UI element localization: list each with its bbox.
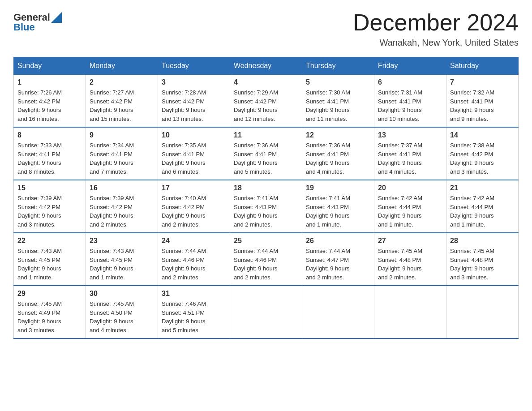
day-info: Sunrise: 7:38 AMSunset: 4:42 PMDaylight:… [450, 141, 515, 176]
calendar-cell: 12Sunrise: 7:36 AMSunset: 4:41 PMDayligh… [302, 127, 374, 180]
day-header-wednesday: Wednesday [230, 57, 302, 75]
day-number: 29 [17, 290, 82, 298]
day-number: 21 [450, 184, 515, 192]
calendar-cell [446, 286, 519, 338]
calendar-cell [230, 286, 302, 338]
calendar-cell: 20Sunrise: 7:42 AMSunset: 4:44 PMDayligh… [374, 180, 446, 233]
day-number: 2 [90, 78, 154, 86]
calendar-week-row: 15Sunrise: 7:39 AMSunset: 4:42 PMDayligh… [14, 180, 519, 233]
calendar-cell: 14Sunrise: 7:38 AMSunset: 4:42 PMDayligh… [446, 127, 519, 180]
day-info: Sunrise: 7:32 AMSunset: 4:41 PMDaylight:… [450, 88, 515, 123]
day-number: 27 [378, 237, 442, 245]
calendar-cell: 6Sunrise: 7:31 AMSunset: 4:41 PMDaylight… [374, 75, 446, 128]
calendar-cell: 10Sunrise: 7:35 AMSunset: 4:41 PMDayligh… [158, 127, 230, 180]
calendar-cell: 4Sunrise: 7:29 AMSunset: 4:42 PMDaylight… [230, 75, 302, 128]
day-info: Sunrise: 7:46 AMSunset: 4:51 PMDaylight:… [162, 300, 226, 334]
calendar-cell: 21Sunrise: 7:42 AMSunset: 4:44 PMDayligh… [446, 180, 519, 233]
logo: General Blue [13, 9, 62, 33]
calendar-cell: 8Sunrise: 7:33 AMSunset: 4:41 PMDaylight… [14, 127, 86, 180]
day-header-monday: Monday [86, 57, 158, 75]
svg-marker-0 [51, 12, 62, 23]
day-info: Sunrise: 7:42 AMSunset: 4:44 PMDaylight:… [378, 194, 442, 229]
location-title: Wanakah, New York, United States [353, 38, 519, 48]
calendar-cell: 29Sunrise: 7:45 AMSunset: 4:49 PMDayligh… [14, 286, 86, 338]
calendar-header-row: SundayMondayTuesdayWednesdayThursdayFrid… [14, 57, 519, 75]
day-number: 11 [234, 131, 298, 139]
day-info: Sunrise: 7:45 AMSunset: 4:48 PMDaylight:… [450, 247, 515, 282]
day-info: Sunrise: 7:40 AMSunset: 4:42 PMDaylight:… [162, 194, 226, 229]
calendar-cell: 9Sunrise: 7:34 AMSunset: 4:41 PMDaylight… [86, 127, 158, 180]
day-number: 15 [17, 184, 82, 192]
month-title: December 2024 [353, 9, 519, 36]
day-info: Sunrise: 7:36 AMSunset: 4:41 PMDaylight:… [306, 141, 370, 176]
calendar-cell: 3Sunrise: 7:28 AMSunset: 4:42 PMDaylight… [158, 75, 230, 128]
calendar-cell: 16Sunrise: 7:39 AMSunset: 4:42 PMDayligh… [86, 180, 158, 233]
day-info: Sunrise: 7:33 AMSunset: 4:41 PMDaylight:… [17, 141, 82, 176]
day-number: 25 [234, 237, 298, 245]
calendar-cell: 28Sunrise: 7:45 AMSunset: 4:48 PMDayligh… [446, 233, 519, 286]
logo-blue-text: Blue [13, 21, 35, 33]
day-info: Sunrise: 7:44 AMSunset: 4:47 PMDaylight:… [306, 247, 370, 282]
day-info: Sunrise: 7:44 AMSunset: 4:46 PMDaylight:… [234, 247, 298, 282]
day-number: 1 [17, 78, 82, 86]
calendar-cell: 24Sunrise: 7:44 AMSunset: 4:46 PMDayligh… [158, 233, 230, 286]
calendar-cell: 25Sunrise: 7:44 AMSunset: 4:46 PMDayligh… [230, 233, 302, 286]
day-info: Sunrise: 7:39 AMSunset: 4:42 PMDaylight:… [17, 194, 82, 229]
day-info: Sunrise: 7:29 AMSunset: 4:42 PMDaylight:… [234, 88, 298, 123]
day-number: 20 [378, 184, 442, 192]
calendar-cell: 1Sunrise: 7:26 AMSunset: 4:42 PMDaylight… [14, 75, 86, 128]
calendar-cell: 26Sunrise: 7:44 AMSunset: 4:47 PMDayligh… [302, 233, 374, 286]
calendar-cell: 30Sunrise: 7:45 AMSunset: 4:50 PMDayligh… [86, 286, 158, 338]
day-number: 28 [450, 237, 515, 245]
day-info: Sunrise: 7:45 AMSunset: 4:50 PMDaylight:… [90, 300, 154, 334]
day-info: Sunrise: 7:44 AMSunset: 4:46 PMDaylight:… [162, 247, 226, 282]
day-number: 23 [90, 237, 154, 245]
day-info: Sunrise: 7:41 AMSunset: 4:43 PMDaylight:… [306, 194, 370, 229]
day-number: 7 [450, 78, 515, 86]
day-header-friday: Friday [374, 57, 446, 75]
day-number: 31 [162, 290, 226, 298]
calendar-table: SundayMondayTuesdayWednesdayThursdayFrid… [13, 57, 519, 339]
day-number: 26 [306, 237, 370, 245]
calendar-cell: 18Sunrise: 7:41 AMSunset: 4:43 PMDayligh… [230, 180, 302, 233]
day-info: Sunrise: 7:39 AMSunset: 4:42 PMDaylight:… [90, 194, 154, 229]
calendar-cell: 15Sunrise: 7:39 AMSunset: 4:42 PMDayligh… [14, 180, 86, 233]
day-number: 3 [162, 78, 226, 86]
day-info: Sunrise: 7:31 AMSunset: 4:41 PMDaylight:… [378, 88, 442, 123]
calendar-cell: 17Sunrise: 7:40 AMSunset: 4:42 PMDayligh… [158, 180, 230, 233]
calendar-week-row: 1Sunrise: 7:26 AMSunset: 4:42 PMDaylight… [14, 75, 519, 128]
calendar-cell: 2Sunrise: 7:27 AMSunset: 4:42 PMDaylight… [86, 75, 158, 128]
day-number: 18 [234, 184, 298, 192]
day-info: Sunrise: 7:45 AMSunset: 4:48 PMDaylight:… [378, 247, 442, 282]
day-header-sunday: Sunday [14, 57, 86, 75]
day-number: 19 [306, 184, 370, 192]
day-number: 30 [90, 290, 154, 298]
day-number: 10 [162, 131, 226, 139]
day-info: Sunrise: 7:35 AMSunset: 4:41 PMDaylight:… [162, 141, 226, 176]
day-number: 12 [306, 131, 370, 139]
calendar-week-row: 22Sunrise: 7:43 AMSunset: 4:45 PMDayligh… [14, 233, 519, 286]
calendar-cell: 23Sunrise: 7:43 AMSunset: 4:45 PMDayligh… [86, 233, 158, 286]
day-info: Sunrise: 7:42 AMSunset: 4:44 PMDaylight:… [450, 194, 515, 229]
day-number: 13 [378, 131, 442, 139]
day-info: Sunrise: 7:37 AMSunset: 4:41 PMDaylight:… [378, 141, 442, 176]
calendar-week-row: 8Sunrise: 7:33 AMSunset: 4:41 PMDaylight… [14, 127, 519, 180]
day-info: Sunrise: 7:26 AMSunset: 4:42 PMDaylight:… [17, 88, 82, 123]
day-info: Sunrise: 7:45 AMSunset: 4:49 PMDaylight:… [17, 300, 82, 334]
calendar-cell: 11Sunrise: 7:36 AMSunset: 4:41 PMDayligh… [230, 127, 302, 180]
day-number: 4 [234, 78, 298, 86]
day-number: 5 [306, 78, 370, 86]
day-header-tuesday: Tuesday [158, 57, 230, 75]
day-number: 17 [162, 184, 226, 192]
page-header: General Blue December 2024 Wanakah, New … [13, 9, 519, 48]
day-number: 22 [17, 237, 82, 245]
calendar-cell: 13Sunrise: 7:37 AMSunset: 4:41 PMDayligh… [374, 127, 446, 180]
day-number: 8 [17, 131, 82, 139]
calendar-cell: 19Sunrise: 7:41 AMSunset: 4:43 PMDayligh… [302, 180, 374, 233]
day-info: Sunrise: 7:28 AMSunset: 4:42 PMDaylight:… [162, 88, 226, 123]
day-info: Sunrise: 7:36 AMSunset: 4:41 PMDaylight:… [234, 141, 298, 176]
day-number: 24 [162, 237, 226, 245]
day-info: Sunrise: 7:41 AMSunset: 4:43 PMDaylight:… [234, 194, 298, 229]
day-info: Sunrise: 7:30 AMSunset: 4:41 PMDaylight:… [306, 88, 370, 123]
day-info: Sunrise: 7:27 AMSunset: 4:42 PMDaylight:… [90, 88, 154, 123]
